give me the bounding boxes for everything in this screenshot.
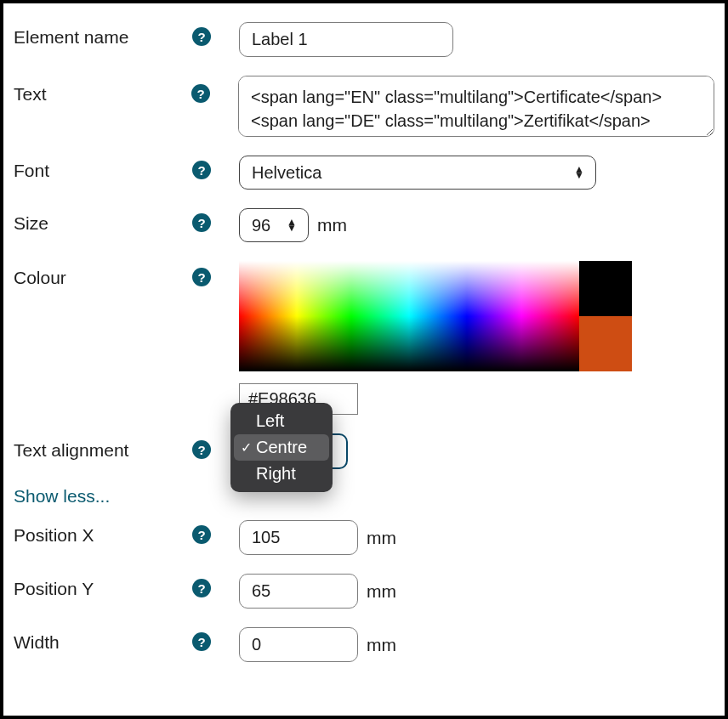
help-icon[interactable]: ? <box>192 440 211 459</box>
label-font: Font <box>14 156 192 181</box>
row-colour: Colour ? <box>14 261 714 415</box>
check-icon: ✓ <box>241 439 252 456</box>
colour-spectrum[interactable] <box>239 261 579 371</box>
swatch-current[interactable] <box>579 316 632 371</box>
help-icon[interactable]: ? <box>192 525 211 544</box>
alignment-option-right[interactable]: Right <box>230 461 333 487</box>
element-name-input[interactable] <box>239 22 453 57</box>
alignment-option-centre[interactable]: ✓ Centre <box>234 434 329 461</box>
position-x-input[interactable] <box>239 520 358 555</box>
label-element-name: Element name <box>14 22 192 48</box>
help-icon[interactable]: ? <box>192 579 211 597</box>
text-alignment-dropdown: Left ✓ Centre Right <box>230 403 333 492</box>
help-icon[interactable]: ? <box>191 84 210 103</box>
row-element-name: Element name ? <box>14 22 714 57</box>
help-icon[interactable]: ? <box>192 632 211 651</box>
alignment-option-left[interactable]: Left <box>230 408 333 434</box>
size-select[interactable]: 96 <box>239 208 309 242</box>
help-icon[interactable]: ? <box>192 268 211 286</box>
size-unit: mm <box>317 215 347 235</box>
position-x-unit: mm <box>367 528 396 548</box>
label-position-x: Position X <box>14 520 192 546</box>
colour-picker[interactable] <box>239 261 632 371</box>
help-icon[interactable]: ? <box>192 213 211 232</box>
position-y-input[interactable] <box>239 574 358 609</box>
label-text: Text <box>14 76 191 105</box>
row-position-x: Position X ? mm <box>14 520 714 555</box>
font-select[interactable]: Helvetica <box>239 156 596 190</box>
help-icon[interactable]: ? <box>192 161 211 179</box>
help-icon[interactable]: ? <box>192 27 211 46</box>
row-size: Size ? 96 ▲▼ mm <box>14 208 714 242</box>
row-width: Width ? mm <box>14 627 714 662</box>
width-unit: mm <box>367 635 396 655</box>
show-less-link[interactable]: Show less... <box>14 486 110 507</box>
row-position-y: Position Y ? mm <box>14 574 714 609</box>
row-text-alignment: Text alignment ? Left ✓ Centre Right <box>14 433 714 469</box>
row-font: Font ? Helvetica ▲▼ <box>14 156 714 190</box>
width-input[interactable] <box>239 627 358 662</box>
label-text-alignment: Text alignment <box>14 433 192 461</box>
label-position-y: Position Y <box>14 574 192 599</box>
swatch-black[interactable] <box>579 261 632 316</box>
label-colour: Colour <box>14 261 192 288</box>
label-size: Size <box>14 208 192 234</box>
text-textarea[interactable]: <span lang="EN" class="multilang">Certif… <box>238 76 714 137</box>
position-y-unit: mm <box>367 581 396 602</box>
row-text: Text ? <span lang="EN" class="multilang"… <box>14 76 714 137</box>
label-width: Width <box>14 627 192 653</box>
